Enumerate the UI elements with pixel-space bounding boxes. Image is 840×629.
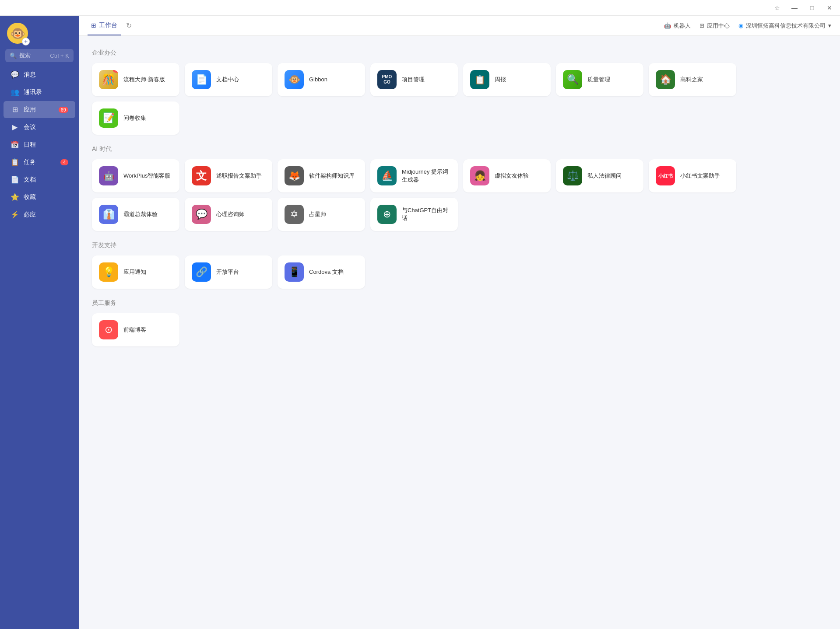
app-name-lawyer: 私人法律顾问 <box>587 172 622 180</box>
app-card-quality[interactable]: 🔍质量管理 <box>556 63 643 96</box>
app-card-workflow[interactable]: 🎊69流程大师·新春版 <box>92 63 179 96</box>
search-icon: 🔍 <box>10 52 17 59</box>
dropdown-icon: ▾ <box>828 22 831 29</box>
docs-icon: 📄 <box>11 175 19 184</box>
app-card-project[interactable]: PMOGO项目管理 <box>370 63 458 96</box>
section-title-ai-era: AI 时代 <box>92 145 827 153</box>
app-name-psychology: 心理咨询师 <box>216 210 245 218</box>
app-icon-ceo: 👔 <box>99 205 118 224</box>
app-icon-quality: 🔍 <box>563 70 582 89</box>
section-title-enterprise: 企业办公 <box>92 49 827 57</box>
company-selector[interactable]: ◉ 深圳恒拓高科信息技术有限公司 ▾ <box>738 22 831 30</box>
sidebar-item-messages[interactable]: 💬消息 <box>4 66 75 83</box>
close-button[interactable]: ✕ <box>824 3 835 13</box>
app-name-ceo: 霸道总裁体验 <box>123 210 158 218</box>
main-content: ⊞ 工作台 ↻ 🤖 机器人 ⊞ 应用中心 ◉ 深圳恒拓高科信息技术有限公司 ▾ <box>79 16 840 629</box>
calendar-icon: 📅 <box>11 140 19 149</box>
app-card-arch-kb[interactable]: 🦊软件架构师知识库 <box>278 159 365 192</box>
app-icon-workplus-ai: 🤖 <box>99 166 118 185</box>
app-name-docs-center: 文档中心 <box>216 76 239 84</box>
app-card-cordova[interactable]: 📱Cordova 文档 <box>278 255 365 289</box>
app-scroll-area[interactable]: 企业办公🎊69流程大师·新春版📄文档中心🐵GibbonPMOGO项目管理📋周报🔍… <box>79 36 840 629</box>
company-icon: ◉ <box>738 22 743 29</box>
app-card-docs-center[interactable]: 📄文档中心 <box>185 63 272 96</box>
messages-icon: 💬 <box>11 70 19 79</box>
header-right: 🤖 机器人 ⊞ 应用中心 ◉ 深圳恒拓高科信息技术有限公司 ▾ <box>664 22 831 30</box>
appstore-label: 应用中心 <box>707 22 730 30</box>
badge-tasks: 4 <box>60 159 68 165</box>
refresh-icon[interactable]: ↻ <box>126 21 132 30</box>
search-shortcut: Ctrl + K <box>50 52 69 59</box>
add-account-button[interactable]: + <box>22 38 30 45</box>
app-name-app-notify: 应用通知 <box>123 268 146 276</box>
app-card-ceo[interactable]: 👔霸道总裁体验 <box>92 198 179 231</box>
app-icon-midjourney: ⛵ <box>377 166 397 185</box>
sidebar-item-label-apps: 应用 <box>24 106 36 114</box>
sidebar-item-biyng[interactable]: ⚡必应 <box>4 206 75 223</box>
avatar-container: 🐵 + <box>7 23 28 44</box>
nav-items: 💬消息👥通讯录⊞应用69▶会议📅日程📋任务4📄文档⭐收藏⚡必应 <box>0 66 79 224</box>
appstore-button[interactable]: ⊞ 应用中心 <box>699 22 730 30</box>
app-icon-frontend-blog: ⊙ <box>99 320 118 339</box>
app-icon-lawyer: ⚖️ <box>563 166 582 185</box>
app-card-virtual-gf[interactable]: 👧虚拟女友体验 <box>463 159 551 192</box>
workbench-tab[interactable]: ⊞ 工作台 <box>88 16 121 35</box>
app-card-lawyer[interactable]: ⚖️私人法律顾问 <box>556 159 643 192</box>
sidebar-item-apps[interactable]: ⊞应用69 <box>4 101 75 118</box>
search-bar[interactable]: 🔍 搜索 Ctrl + K <box>5 49 74 62</box>
app-card-chatgpt[interactable]: ⊕与ChatGPT自由对话 <box>370 198 458 231</box>
sidebar-item-calendar[interactable]: 📅日程 <box>4 136 75 153</box>
tab-label: 工作台 <box>99 21 117 29</box>
app-card-frontend-blog[interactable]: ⊙前端博客 <box>92 313 179 346</box>
app-icon-psychology: 💬 <box>192 205 211 224</box>
sidebar-item-contacts[interactable]: 👥通讯录 <box>4 84 75 101</box>
pin-button[interactable]: ☆ <box>772 3 782 13</box>
app-icon-open-platform: 🔗 <box>192 262 211 282</box>
sidebar-item-meetings[interactable]: ▶会议 <box>4 119 75 136</box>
app-name-open-platform: 开放平台 <box>216 268 239 276</box>
sidebar-item-docs[interactable]: 📄文档 <box>4 171 75 188</box>
app-icon-gaoke-home: 🏠 <box>656 70 675 89</box>
maximize-button[interactable]: □ <box>807 3 817 13</box>
minimize-button[interactable]: — <box>789 3 800 13</box>
app-name-arch-kb: 软件架构师知识库 <box>309 172 355 180</box>
app-card-open-platform[interactable]: 🔗开放平台 <box>185 255 272 289</box>
app-card-psychology[interactable]: 💬心理咨询师 <box>185 198 272 231</box>
main-header: ⊞ 工作台 ↻ 🤖 机器人 ⊞ 应用中心 ◉ 深圳恒拓高科信息技术有限公司 ▾ <box>79 16 840 36</box>
app-card-midjourney[interactable]: ⛵Midjourney 提示词生成器 <box>370 159 458 192</box>
app-name-xiaohongshu: 小红书文案助手 <box>680 172 720 180</box>
badge-apps: 69 <box>59 107 68 113</box>
robot-button[interactable]: 🤖 机器人 <box>664 22 691 30</box>
app-card-survey[interactable]: 📝问卷收集 <box>92 101 179 135</box>
company-label: 深圳恒拓高科信息技术有限公司 <box>746 22 826 30</box>
app-card-report-writer[interactable]: 文述职报告文案助手 <box>185 159 272 192</box>
app-name-report-writer: 述职报告文案助手 <box>216 172 262 180</box>
favorites-icon: ⭐ <box>11 193 19 201</box>
sidebar-item-tasks[interactable]: 📋任务4 <box>4 154 75 171</box>
sidebar-item-label-contacts: 通讯录 <box>24 88 42 96</box>
sidebar-header: 🐵 + <box>0 16 79 49</box>
app-icon-arch-kb: 🦊 <box>285 166 304 185</box>
app-card-gaoke-home[interactable]: 🏠高科之家 <box>649 63 736 96</box>
app-card-astrology[interactable]: ✡占星师 <box>278 198 365 231</box>
biyng-icon: ⚡ <box>11 210 19 219</box>
section-title-employee-service: 员工服务 <box>92 299 827 307</box>
app-name-astrology: 占星师 <box>309 210 326 218</box>
app-icon-gibbon: 🐵 <box>285 70 304 89</box>
app-card-app-notify[interactable]: 💡应用通知 <box>92 255 179 289</box>
app-grid-employee-service: ⊙前端博客 <box>92 313 827 346</box>
app-icon-xiaohongshu: 小红书 <box>656 166 675 185</box>
app-name-weekly: 周报 <box>495 76 506 84</box>
tasks-icon: 📋 <box>11 158 19 166</box>
sidebar-item-favorites[interactable]: ⭐收藏 <box>4 189 75 206</box>
app-name-workplus-ai: WorkPlus智能客服 <box>123 172 170 180</box>
meetings-icon: ▶ <box>11 123 19 131</box>
app-card-gibbon[interactable]: 🐵Gibbon <box>278 63 365 96</box>
sidebar-item-label-messages: 消息 <box>24 71 36 79</box>
app-card-workplus-ai[interactable]: 🤖WorkPlus智能客服 <box>92 159 179 192</box>
appstore-icon: ⊞ <box>699 22 704 29</box>
app-card-xiaohongshu[interactable]: 小红书小红书文案助手 <box>649 159 736 192</box>
app-name-gaoke-home: 高科之家 <box>680 76 703 84</box>
app-card-weekly[interactable]: 📋周报 <box>463 63 551 96</box>
app-icon-docs-center: 📄 <box>192 70 211 89</box>
